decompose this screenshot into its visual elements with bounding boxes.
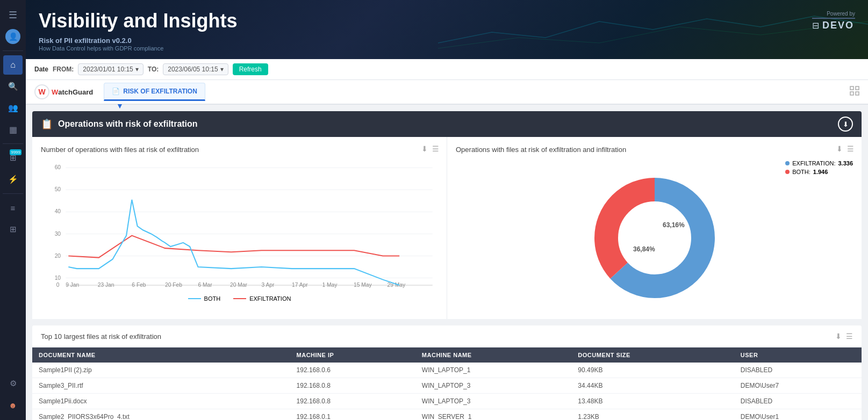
- legend-both-item: BOTH: 1.946: [785, 169, 853, 175]
- tab-icon: 📄: [112, 88, 120, 95]
- line-chart-menu-icon[interactable]: ☰: [432, 144, 439, 153]
- donut-chart-download-icon[interactable]: ⬇: [836, 144, 843, 153]
- col-machine-ip: MACHINE IP: [290, 347, 415, 363]
- svg-point-31: [619, 202, 690, 273]
- avatar[interactable]: 👤: [5, 29, 20, 44]
- line-chart-title: Number of operations with files at risk …: [41, 146, 438, 154]
- tab-chevron-icon: ▼: [116, 102, 124, 110]
- donut-chart-panel: Operations with files at risk of exfiltr…: [447, 137, 862, 319]
- both-dot: [785, 170, 790, 174]
- svg-text:30: 30: [55, 231, 61, 237]
- cell-machine-name: WIN_LAPTOP_3: [415, 378, 572, 394]
- table-row: Sample1Pii.docx 192.168.0.8 WIN_LAPTOP_3…: [32, 394, 862, 409]
- top-table-section: Top 10 largest files at risk of exfiltra…: [32, 325, 862, 420]
- line-chart-actions: ⬇ ☰: [421, 144, 439, 153]
- powered-by-text: Powered by: [812, 11, 855, 17]
- sidebar-item-profile[interactable]: ☻: [3, 395, 23, 415]
- header-subtitle: Risk of PII exfiltration v0.2.0: [39, 37, 132, 45]
- svg-text:1 May: 1 May: [322, 282, 338, 288]
- tab-risk-exfiltration[interactable]: 📄 RISK OF EXFILTRATION: [104, 83, 205, 101]
- section-icon: 📋: [41, 118, 53, 130]
- tab-watchguard[interactable]: W WatchGuard: [34, 80, 99, 104]
- section-download-button[interactable]: ⬇: [838, 117, 853, 132]
- cell-machine-name: WIN_SERVER_1: [415, 409, 572, 421]
- donut-chart-title: Operations with files at risk of exfiltr…: [456, 146, 853, 154]
- refresh-button[interactable]: Refresh: [233, 63, 268, 75]
- cell-machine-name: WIN_LAPTOP_1: [415, 363, 572, 378]
- svg-text:6 Mar: 6 Mar: [198, 282, 213, 288]
- cell-machine-ip: 192.168.0.6: [290, 363, 415, 378]
- sidebar-item-lightning[interactable]: ⚡: [3, 170, 23, 189]
- sidebar-item-modules[interactable]: ▦: [3, 120, 23, 139]
- cell-user: DEMO\User1: [734, 409, 862, 421]
- svg-rect-1: [856, 86, 859, 90]
- table-download-icon[interactable]: ⬇: [835, 332, 842, 341]
- sidebar-item-alerts[interactable]: ⊞ 9999: [3, 148, 23, 168]
- watchguard-logo: W: [34, 84, 49, 99]
- legend-exfiltration-label: EXFILTRATION: [249, 295, 291, 302]
- cell-doc-name: Sample2_PIIORS3x64Pro_4.txt: [32, 409, 290, 421]
- expand-icon[interactable]: [850, 86, 859, 98]
- both-value: 1.946: [813, 169, 828, 175]
- date-from-select[interactable]: 2023/01/01 10:15 ▾: [78, 63, 143, 75]
- sidebar-divider-2: [3, 143, 23, 144]
- sidebar-item-home[interactable]: ⌂: [3, 55, 23, 75]
- both-label: BOTH:: [792, 169, 810, 175]
- cell-user: DISABLED: [734, 394, 862, 409]
- donut-chart-actions: ⬇ ☰: [836, 144, 854, 153]
- svg-text:0: 0: [56, 282, 60, 288]
- sidebar-item-grid[interactable]: ⊞: [3, 220, 23, 239]
- cell-user: DEMO\User7: [734, 378, 862, 394]
- exfiltration-value: 3.336: [838, 160, 853, 166]
- sidebar-menu-icon[interactable]: ☰: [3, 5, 23, 25]
- line-chart-svg: 60 50 40 30 20 10 0: [41, 160, 438, 289]
- legend-exfiltration: EXFILTRATION: [233, 295, 291, 302]
- donut-container: EXFILTRATION: 3.336 BOTH: 1.946: [456, 160, 853, 310]
- svg-text:10: 10: [55, 275, 61, 281]
- donut-label-both: 36,84%: [633, 245, 655, 253]
- svg-text:40: 40: [55, 208, 61, 214]
- table-title-bar: Top 10 largest files at risk of exfiltra…: [32, 325, 862, 347]
- sidebar-item-search[interactable]: 🔍: [3, 77, 23, 96]
- watchguard-label: WatchGuard: [52, 88, 93, 96]
- cell-doc-name: Sample3_PII.rtf: [32, 378, 290, 394]
- page-title: Visibility and Insights: [39, 10, 855, 32]
- table-menu-icon[interactable]: ☰: [846, 332, 853, 341]
- svg-text:20: 20: [55, 253, 61, 259]
- section-title: Operations with risk of exfiltration: [58, 119, 198, 129]
- line-chart-panel: Number of operations with files at risk …: [32, 137, 447, 319]
- svg-rect-2: [850, 92, 853, 95]
- line-chart-container: 60 50 40 30 20 10 0: [41, 160, 438, 310]
- line-chart-download-icon[interactable]: ⬇: [421, 144, 428, 153]
- tab-label: RISK OF EXFILTRATION: [123, 88, 197, 95]
- col-machine-name: MACHINE NAME: [415, 347, 572, 363]
- table-row: Sample2_PIIORS3x64Pro_4.txt 192.168.0.1 …: [32, 409, 862, 421]
- cell-machine-ip: 192.168.0.8: [290, 394, 415, 409]
- sidebar-item-filter[interactable]: ≡: [3, 198, 23, 218]
- header-banner: Visibility and Insights Risk of PII exfi…: [26, 0, 868, 59]
- chevron-down-icon-2: ▾: [220, 66, 224, 73]
- donut-legend: EXFILTRATION: 3.336 BOTH: 1.946: [785, 160, 853, 177]
- sidebar-item-users[interactable]: 👥: [3, 98, 23, 118]
- cell-machine-ip: 192.168.0.1: [290, 409, 415, 421]
- sidebar-item-settings[interactable]: ⚙: [3, 374, 23, 393]
- section-header: 📋 Operations with risk of exfiltration ⬇: [32, 111, 862, 137]
- table-row: Sample1PII (2).zip 192.168.0.6 WIN_LAPTO…: [32, 363, 862, 378]
- exfiltration-dot: [785, 161, 790, 165]
- cell-user: DISABLED: [734, 363, 862, 378]
- donut-chart-menu-icon[interactable]: ☰: [847, 144, 854, 153]
- legend-both-line: [188, 298, 201, 299]
- svg-text:60: 60: [55, 164, 61, 170]
- date-to-select[interactable]: 2023/06/05 10:15 ▾: [163, 63, 228, 75]
- section-header-left: 📋 Operations with risk of exfiltration: [41, 118, 198, 130]
- svg-rect-0: [850, 86, 853, 90]
- top-files-table: DOCUMENT NAME MACHINE IP MACHINE NAME DO…: [32, 347, 862, 420]
- svg-text:23 Jan: 23 Jan: [98, 282, 114, 288]
- powered-by-brand: DEVO: [822, 20, 854, 31]
- svg-text:20 Feb: 20 Feb: [165, 282, 182, 288]
- col-user: USER: [734, 347, 862, 363]
- powered-by: Powered by ⊟ DEVO: [812, 11, 855, 31]
- cell-doc-size: 13.48KB: [571, 394, 734, 409]
- col-document-size: DOCUMENT SIZE: [571, 347, 734, 363]
- table-row: Sample3_PII.rtf 192.168.0.8 WIN_LAPTOP_3…: [32, 378, 862, 394]
